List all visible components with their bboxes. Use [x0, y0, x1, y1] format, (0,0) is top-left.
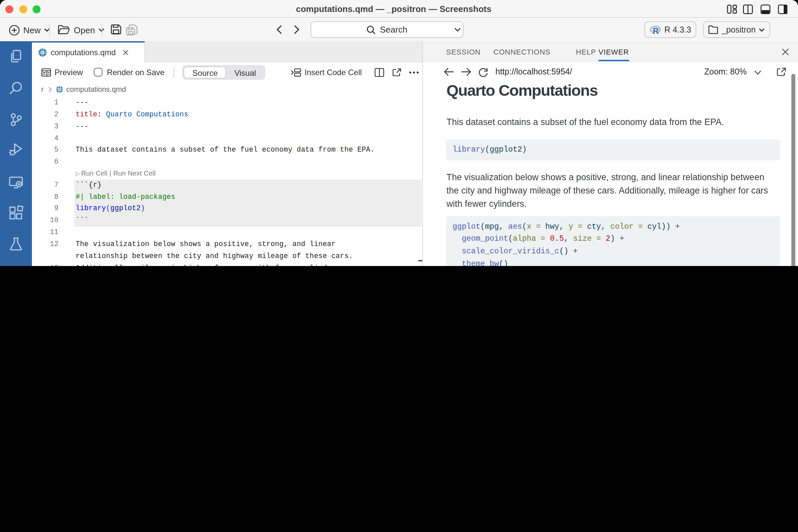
svg-text:R: R: [653, 26, 659, 34]
